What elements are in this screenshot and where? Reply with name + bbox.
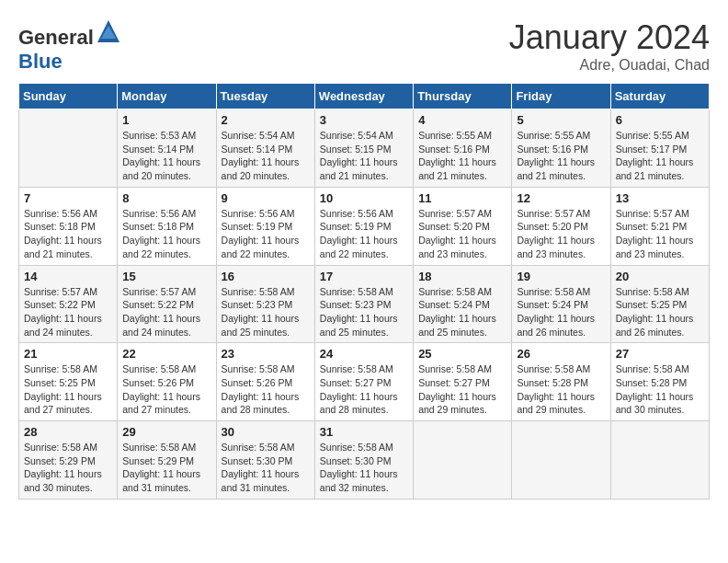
calendar-cell: 13Sunrise: 5:57 AM Sunset: 5:21 PM Dayli… (610, 187, 709, 265)
calendar-week-2: 7Sunrise: 5:56 AM Sunset: 5:18 PM Daylig… (19, 187, 710, 265)
calendar-cell: 27Sunrise: 5:58 AM Sunset: 5:28 PM Dayli… (610, 343, 709, 421)
calendar-cell: 30Sunrise: 5:58 AM Sunset: 5:30 PM Dayli… (216, 421, 314, 500)
calendar-cell (610, 421, 709, 500)
calendar-cell: 17Sunrise: 5:58 AM Sunset: 5:23 PM Dayli… (314, 265, 413, 343)
header-tuesday: Tuesday (216, 84, 314, 109)
calendar-cell (19, 109, 118, 188)
calendar-cell: 26Sunrise: 5:58 AM Sunset: 5:28 PM Dayli… (512, 343, 610, 421)
calendar-week-3: 14Sunrise: 5:57 AM Sunset: 5:22 PM Dayli… (19, 265, 710, 343)
day-info: Sunrise: 5:58 AM Sunset: 5:29 PM Dayligh… (24, 441, 112, 495)
day-number: 15 (122, 270, 210, 283)
day-info: Sunrise: 5:55 AM Sunset: 5:17 PM Dayligh… (616, 129, 704, 183)
calendar-header-row: SundayMondayTuesdayWednesdayThursdayFrid… (19, 84, 710, 109)
day-number: 4 (418, 113, 506, 127)
calendar-cell: 12Sunrise: 5:57 AM Sunset: 5:20 PM Dayli… (512, 187, 610, 265)
calendar-week-1: 1Sunrise: 5:53 AM Sunset: 5:14 PM Daylig… (19, 109, 710, 188)
day-number: 23 (222, 347, 310, 361)
calendar-cell: 7Sunrise: 5:56 AM Sunset: 5:18 PM Daylig… (19, 187, 118, 265)
day-number: 29 (122, 425, 210, 439)
day-info: Sunrise: 5:54 AM Sunset: 5:14 PM Dayligh… (222, 129, 310, 183)
day-info: Sunrise: 5:58 AM Sunset: 5:30 PM Dayligh… (222, 441, 310, 495)
day-info: Sunrise: 5:57 AM Sunset: 5:21 PM Dayligh… (616, 207, 704, 261)
calendar-cell: 23Sunrise: 5:58 AM Sunset: 5:26 PM Dayli… (216, 343, 314, 421)
day-info: Sunrise: 5:56 AM Sunset: 5:18 PM Dayligh… (122, 207, 210, 261)
day-info: Sunrise: 5:58 AM Sunset: 5:25 PM Dayligh… (616, 285, 704, 339)
day-info: Sunrise: 5:53 AM Sunset: 5:14 PM Dayligh… (122, 129, 210, 183)
day-info: Sunrise: 5:57 AM Sunset: 5:20 PM Dayligh… (517, 207, 605, 261)
calendar-cell (512, 421, 610, 500)
day-number: 3 (320, 113, 408, 127)
calendar-cell: 29Sunrise: 5:58 AM Sunset: 5:29 PM Dayli… (118, 421, 216, 500)
day-number: 6 (616, 113, 704, 127)
day-number: 17 (320, 270, 408, 283)
logo-text: General Blue (18, 18, 121, 74)
day-number: 7 (24, 191, 112, 205)
day-number: 25 (418, 347, 506, 361)
logo-blue: Blue (18, 50, 63, 73)
calendar-cell: 9Sunrise: 5:56 AM Sunset: 5:19 PM Daylig… (216, 187, 314, 265)
calendar-cell: 3Sunrise: 5:54 AM Sunset: 5:15 PM Daylig… (314, 109, 413, 188)
logo: General Blue (18, 18, 121, 74)
day-info: Sunrise: 5:56 AM Sunset: 5:19 PM Dayligh… (222, 207, 310, 261)
day-info: Sunrise: 5:56 AM Sunset: 5:19 PM Dayligh… (320, 207, 408, 261)
header-sunday: Sunday (19, 84, 118, 109)
calendar-cell (414, 421, 512, 500)
day-number: 18 (418, 270, 506, 283)
calendar-cell: 25Sunrise: 5:58 AM Sunset: 5:27 PM Dayli… (414, 343, 512, 421)
day-number: 14 (24, 270, 112, 283)
calendar-cell: 16Sunrise: 5:58 AM Sunset: 5:23 PM Dayli… (216, 265, 314, 343)
day-number: 5 (517, 113, 605, 127)
day-number: 13 (616, 191, 704, 205)
day-info: Sunrise: 5:55 AM Sunset: 5:16 PM Dayligh… (418, 129, 506, 183)
day-info: Sunrise: 5:58 AM Sunset: 5:28 PM Dayligh… (616, 362, 704, 417)
day-info: Sunrise: 5:58 AM Sunset: 5:26 PM Dayligh… (122, 362, 210, 417)
page-header: General Blue January 2024 Adre, Ouadai, … (18, 18, 710, 74)
calendar-cell: 19Sunrise: 5:58 AM Sunset: 5:24 PM Dayli… (512, 265, 610, 343)
month-title: January 2024 (509, 18, 710, 57)
day-number: 30 (222, 425, 310, 439)
day-info: Sunrise: 5:58 AM Sunset: 5:26 PM Dayligh… (222, 362, 310, 417)
calendar-cell: 6Sunrise: 5:55 AM Sunset: 5:17 PM Daylig… (610, 109, 709, 188)
day-info: Sunrise: 5:58 AM Sunset: 5:23 PM Dayligh… (320, 285, 408, 339)
calendar-cell: 21Sunrise: 5:58 AM Sunset: 5:25 PM Dayli… (19, 343, 118, 421)
day-number: 21 (24, 347, 112, 361)
day-info: Sunrise: 5:58 AM Sunset: 5:24 PM Dayligh… (517, 285, 605, 339)
header-wednesday: Wednesday (314, 84, 413, 109)
calendar-cell: 4Sunrise: 5:55 AM Sunset: 5:16 PM Daylig… (414, 109, 512, 188)
header-saturday: Saturday (610, 84, 709, 109)
day-info: Sunrise: 5:58 AM Sunset: 5:25 PM Dayligh… (24, 362, 112, 417)
day-info: Sunrise: 5:58 AM Sunset: 5:23 PM Dayligh… (222, 285, 310, 339)
day-info: Sunrise: 5:56 AM Sunset: 5:18 PM Dayligh… (24, 207, 112, 261)
header-monday: Monday (118, 84, 216, 109)
day-number: 16 (222, 270, 310, 283)
day-number: 31 (320, 425, 408, 439)
day-number: 22 (122, 347, 210, 361)
day-info: Sunrise: 5:58 AM Sunset: 5:29 PM Dayligh… (122, 441, 210, 495)
day-number: 12 (517, 191, 605, 205)
day-info: Sunrise: 5:58 AM Sunset: 5:27 PM Dayligh… (418, 362, 506, 417)
title-block: January 2024 Adre, Ouadai, Chad (509, 18, 710, 74)
day-number: 8 (122, 191, 210, 205)
day-number: 27 (616, 347, 704, 361)
calendar-cell: 10Sunrise: 5:56 AM Sunset: 5:19 PM Dayli… (314, 187, 413, 265)
calendar-cell: 8Sunrise: 5:56 AM Sunset: 5:18 PM Daylig… (118, 187, 216, 265)
header-friday: Friday (512, 84, 610, 109)
day-number: 26 (517, 347, 605, 361)
calendar-week-5: 28Sunrise: 5:58 AM Sunset: 5:29 PM Dayli… (19, 421, 710, 500)
calendar-cell: 2Sunrise: 5:54 AM Sunset: 5:14 PM Daylig… (216, 109, 314, 188)
day-info: Sunrise: 5:57 AM Sunset: 5:22 PM Dayligh… (24, 285, 112, 339)
calendar-cell: 15Sunrise: 5:57 AM Sunset: 5:22 PM Dayli… (118, 265, 216, 343)
day-info: Sunrise: 5:55 AM Sunset: 5:16 PM Dayligh… (517, 129, 605, 183)
day-number: 24 (320, 347, 408, 361)
day-number: 20 (616, 270, 704, 283)
day-info: Sunrise: 5:57 AM Sunset: 5:20 PM Dayligh… (418, 207, 506, 261)
logo-icon (96, 18, 121, 44)
location: Adre, Ouadai, Chad (509, 57, 710, 74)
calendar-cell: 28Sunrise: 5:58 AM Sunset: 5:29 PM Dayli… (19, 421, 118, 500)
day-number: 1 (122, 113, 210, 127)
calendar-cell: 1Sunrise: 5:53 AM Sunset: 5:14 PM Daylig… (118, 109, 216, 188)
calendar-cell: 5Sunrise: 5:55 AM Sunset: 5:16 PM Daylig… (512, 109, 610, 188)
logo-general: General (18, 26, 94, 49)
day-info: Sunrise: 5:58 AM Sunset: 5:28 PM Dayligh… (517, 362, 605, 417)
day-number: 28 (24, 425, 112, 439)
